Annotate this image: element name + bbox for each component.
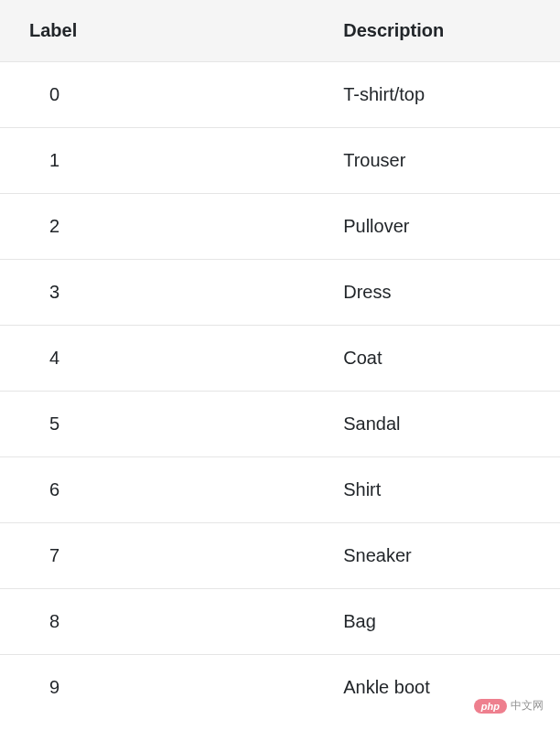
table-row: 2 Pullover	[0, 194, 560, 260]
cell-description: Pullover	[336, 194, 560, 260]
watermark-badge: php	[474, 699, 507, 714]
table-row: 8 Bag	[0, 589, 560, 655]
table-row: 1 Trouser	[0, 128, 560, 194]
cell-description: Sneaker	[336, 523, 560, 589]
cell-description: Sandal	[336, 392, 560, 457]
cell-label: 5	[0, 392, 336, 457]
cell-description: Coat	[336, 326, 560, 392]
cell-label: 2	[0, 194, 336, 260]
table-header-row: Label Description	[0, 0, 560, 62]
cell-description: Trouser	[336, 128, 560, 194]
label-description-table: Label Description 0 T-shirt/top 1 Trouse…	[0, 0, 560, 720]
cell-label: 9	[0, 655, 336, 721]
watermark-text: 中文网	[511, 698, 544, 714]
header-label: Label	[0, 0, 336, 62]
cell-label: 4	[0, 326, 336, 392]
cell-description: Dress	[336, 260, 560, 326]
cell-description: Bag	[336, 589, 560, 655]
cell-label: 3	[0, 260, 336, 326]
cell-label: 1	[0, 128, 336, 194]
cell-label: 6	[0, 457, 336, 523]
cell-description: Shirt	[336, 457, 560, 523]
table-row: 7 Sneaker	[0, 523, 560, 589]
table-row: 0 T-shirt/top	[0, 62, 560, 128]
cell-description: T-shirt/top	[336, 62, 560, 128]
table-row: 5 Sandal	[0, 392, 560, 457]
cell-label: 0	[0, 62, 336, 128]
table-row: 3 Dress	[0, 260, 560, 326]
cell-label: 7	[0, 523, 336, 589]
watermark: php 中文网	[474, 698, 544, 714]
table-row: 6 Shirt	[0, 457, 560, 523]
table-row: 4 Coat	[0, 326, 560, 392]
cell-label: 8	[0, 589, 336, 655]
header-description: Description	[336, 0, 560, 62]
